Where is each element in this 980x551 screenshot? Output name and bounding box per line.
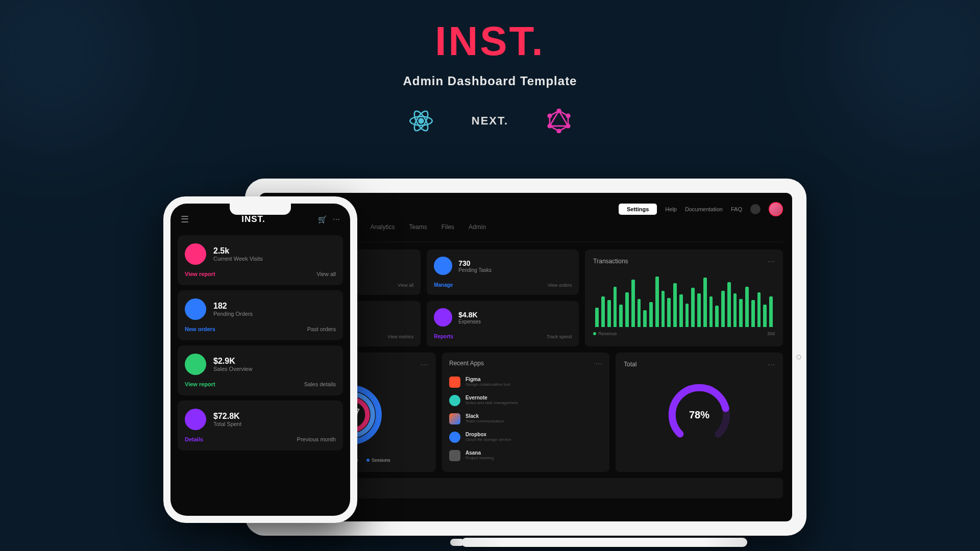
app-desc: Cloud file storage service (465, 437, 511, 442)
phone-stat-card[interactable]: 2.5kCurrent Week VisitsView reportView a… (178, 235, 343, 285)
svg-point-6 (567, 124, 570, 128)
stat-label: Pending Orders (213, 311, 253, 317)
gauge-chart: 78% (664, 379, 735, 450)
stat-tag[interactable]: Details (185, 436, 203, 442)
notification-icon[interactable] (750, 204, 761, 214)
stat-label: Total Spent (213, 421, 241, 427)
settings-button[interactable]: Settings (619, 204, 657, 215)
svg-point-7 (557, 130, 560, 133)
nav-admin[interactable]: Admin (469, 223, 486, 235)
bar-chart (593, 271, 775, 327)
recent-apps-card: Recent Apps ⋯ FigmaDesign collaboration … (442, 353, 609, 472)
phone-logo[interactable]: INST. (241, 214, 265, 224)
app-icon (449, 377, 460, 388)
stat-more-link[interactable]: View metrics (387, 334, 413, 339)
stat-tag[interactable]: Manage (434, 282, 453, 288)
phone-stat-card[interactable]: 182Pending OrdersNew ordersPast orders (178, 290, 343, 340)
app-icon (449, 450, 460, 461)
hero-subtitle: Admin Dashboard Template (0, 74, 980, 88)
app-name: Dropbox (465, 432, 511, 437)
app-name: Slack (465, 413, 504, 419)
nav-files[interactable]: Files (442, 223, 454, 235)
stat-value: $2.9K (213, 357, 252, 366)
phone-stat-card[interactable]: $2.9KSales OverviewView reportSales deta… (178, 345, 343, 395)
list-item[interactable]: EvernoteNotes and task management (449, 391, 602, 410)
stat-more-link[interactable]: Past orders (307, 326, 336, 332)
phone-stat-card[interactable]: $72.8KTotal SpentDetailsPrevious month (178, 400, 343, 450)
stat-tag[interactable]: View report (185, 271, 215, 277)
stat-tag[interactable]: Reports (434, 334, 453, 339)
header-link-help[interactable]: Help (665, 206, 677, 212)
stat-tag[interactable]: New orders (185, 326, 215, 332)
chart-bar (703, 278, 707, 327)
svg-point-4 (557, 109, 560, 112)
list-item[interactable]: DropboxCloud file storage service (449, 428, 602, 446)
chart-bar (769, 296, 773, 328)
list-menu-icon[interactable]: ⋯ (595, 360, 602, 368)
stat-card[interactable]: 730Pending TasksManageView orders (427, 249, 579, 295)
graphql-icon (544, 106, 574, 136)
app-desc: Team communication (465, 419, 504, 423)
chart-bar (625, 292, 629, 327)
phone-mockup: ☰ INST. 🛒 ⋯ 2.5kCurrent Week VisitsView … (163, 196, 357, 523)
donut-menu-icon[interactable]: ⋯ (421, 361, 428, 369)
nav-analytics[interactable]: Analytics (370, 223, 395, 235)
cart-icon[interactable]: 🛒 (318, 215, 327, 223)
stat-label: Expenses (458, 319, 481, 324)
app-icon (449, 432, 460, 443)
chart-bar (691, 288, 695, 327)
stat-label: Pending Tasks (458, 267, 492, 273)
list-item[interactable]: SlackTeam communication (449, 410, 602, 428)
chart-bar (662, 291, 665, 328)
chart-bar (673, 283, 677, 327)
chart-bar (733, 293, 737, 327)
svg-point-5 (567, 114, 570, 117)
transactions-chart-card: Transactions ⋯ Revenue 30d (585, 249, 783, 346)
chart-title: Transactions (593, 258, 628, 266)
stat-tag[interactable]: View report (185, 381, 215, 387)
chart-bar (715, 306, 719, 327)
app-desc: Notes and task management (465, 400, 518, 405)
chart-bar (601, 296, 605, 328)
stat-more-link[interactable]: Track spend (547, 334, 572, 339)
stat-more-link[interactable]: View all (398, 283, 413, 288)
gauge-title: Total (624, 361, 636, 369)
stat-icon (185, 243, 206, 265)
stat-more-link[interactable]: Previous month (297, 436, 336, 442)
stat-value: 182 (213, 302, 253, 311)
list-item[interactable]: AsanaProject tracking (449, 446, 602, 465)
app-name: Evernote (465, 395, 518, 400)
donut-legend-3: Sessions (366, 458, 390, 463)
stat-more-link[interactable]: Sales details (304, 381, 336, 387)
header-link-docs[interactable]: Documentation (685, 206, 723, 212)
hero-title: INST. (0, 18, 980, 65)
stat-card[interactable]: $4.8KExpensesReportsTrack spend (427, 301, 579, 346)
chart-bar (619, 305, 623, 327)
stat-value: 2.5k (213, 246, 263, 256)
chart-bar (685, 304, 689, 327)
hamburger-icon[interactable]: ☰ (181, 214, 189, 225)
nav-teams[interactable]: Teams (409, 223, 427, 235)
chart-bar (655, 277, 659, 327)
svg-point-0 (419, 119, 423, 123)
header-link-faq[interactable]: FAQ (731, 206, 742, 212)
stat-label: Sales Overview (213, 366, 252, 372)
chart-bar (751, 300, 755, 327)
list-item[interactable]: FigmaDesign collaboration tool (449, 373, 602, 391)
chart-bar (745, 287, 749, 327)
more-icon[interactable]: ⋯ (333, 215, 340, 223)
stat-icon (185, 409, 206, 430)
chart-bar (697, 293, 701, 327)
gauge-menu-icon[interactable]: ⋯ (768, 361, 775, 369)
app-icon (449, 413, 460, 424)
stat-more-link[interactable]: View all (316, 271, 336, 277)
chart-bar (739, 299, 743, 327)
chart-bar (721, 291, 725, 328)
chart-bar (763, 305, 767, 327)
app-desc: Project tracking (465, 456, 494, 460)
svg-point-8 (548, 124, 551, 128)
chart-menu-icon[interactable]: ⋯ (768, 258, 775, 266)
user-avatar[interactable] (769, 202, 783, 216)
stat-more-link[interactable]: View orders (548, 283, 572, 288)
stat-value: $4.8K (458, 311, 481, 319)
